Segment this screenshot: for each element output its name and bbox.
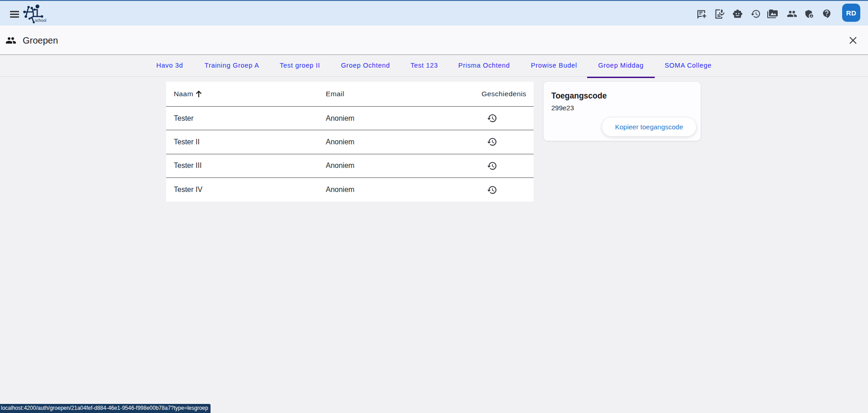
svg-text:school: school bbox=[35, 18, 46, 23]
